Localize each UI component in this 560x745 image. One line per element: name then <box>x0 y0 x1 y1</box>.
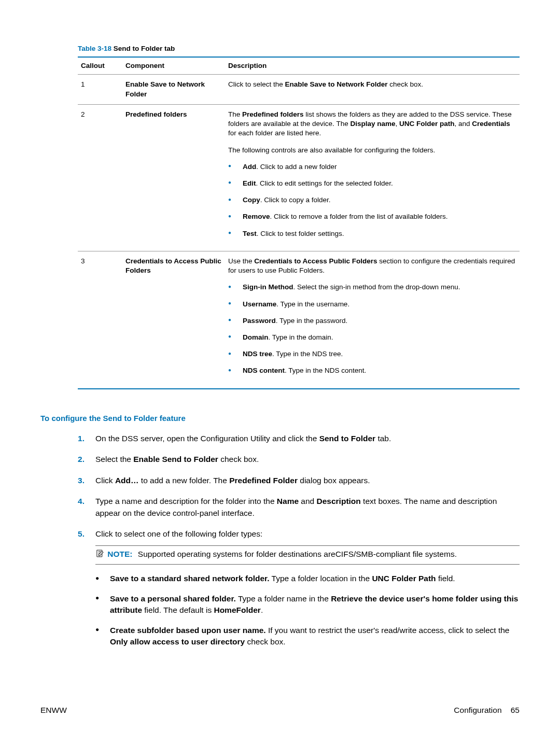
text-bold: Domain <box>243 333 269 341</box>
text: The <box>228 110 242 118</box>
text-bold: NDS content <box>243 367 285 374</box>
text-bold: Copy <box>243 196 260 204</box>
cell-description: Use the Credentials to Access Public Fol… <box>225 251 520 388</box>
text-bold: Create subfolder based upon user name. <box>110 626 266 635</box>
cell-callout: 1 <box>78 75 122 104</box>
table-row: 3 Credentials to Access Public Folders U… <box>78 251 520 388</box>
text: . Type in the NDS content. <box>285 367 366 374</box>
text: for each folder are listed here. <box>228 129 321 137</box>
list-item: Save to a personal shared folder. Type a… <box>95 593 520 616</box>
text: The following controls are also availabl… <box>228 146 516 155</box>
text: . Type in the domain. <box>269 333 333 341</box>
text: Click <box>95 476 115 485</box>
credentials-list: Sign-in Method. Select the sign-in metho… <box>228 283 516 375</box>
text: to add a new folder. The <box>139 476 230 485</box>
text-bold: Test <box>243 230 257 237</box>
text-bold: UNC Folder Path <box>372 574 436 583</box>
text-bold: Save to a personal shared folder. <box>110 594 236 603</box>
text-bold: Enable Send to Folder <box>133 455 218 463</box>
text: Select the <box>95 455 133 463</box>
text: and <box>299 497 316 505</box>
list-item: Username. Type in the username. <box>228 300 516 309</box>
th-component: Component <box>122 57 225 75</box>
text-bold: Add… <box>115 476 139 485</box>
text: Click to select the <box>228 80 285 88</box>
text: check box. <box>218 455 259 463</box>
text-bold: Credentials to Access Public Folders <box>254 257 377 265</box>
text: tab. <box>375 434 391 443</box>
list-item: Save to a standard shared network folder… <box>95 573 520 584</box>
step-item: On the DSS server, open the Configuratio… <box>78 433 520 444</box>
table-title: Send to Folder tab <box>111 45 175 52</box>
text: . <box>261 606 263 614</box>
text-bold: Display name <box>350 120 395 128</box>
text: check box. <box>388 80 423 88</box>
text-bold: Remove <box>243 213 270 220</box>
note-text: Supported operating systems for folder d… <box>138 550 457 558</box>
text-bold: Send to Folder <box>319 434 376 443</box>
page-number: 65 <box>511 706 520 714</box>
step-item: Click Add… to add a new folder. The Pred… <box>78 475 520 486</box>
text: . Click to test folder settings. <box>257 230 344 237</box>
step-item: Type a name and description for the fold… <box>78 496 520 519</box>
list-item: Create subfolder based upon user name. I… <box>95 625 520 648</box>
text-bold: Save to a standard shared network folder… <box>110 574 270 583</box>
text: check box. <box>245 637 285 646</box>
th-description: Description <box>225 57 520 75</box>
table-row: 2 Predefined folders The Predefined fold… <box>78 104 520 251</box>
cell-description: Click to select the Enable Save to Netwo… <box>225 75 520 104</box>
text: . Select the sign-in method from the dro… <box>293 283 460 291</box>
table-row: 1 Enable Save to Network Folder Click to… <box>78 75 520 104</box>
text-bold: Name <box>277 497 299 505</box>
text-bold: Enable Save to Network Folder <box>285 80 388 88</box>
cell-callout: 2 <box>78 104 122 251</box>
text-bold: Password <box>243 317 276 325</box>
note-icon <box>95 549 104 561</box>
cell-component: Enable Save to Network Folder <box>122 75 225 104</box>
text: Click to select one of the following fol… <box>95 529 262 538</box>
text: . Click to add a new folder <box>256 163 337 171</box>
cell-callout: 3 <box>78 251 122 388</box>
text-bold: Sign-in Method <box>243 283 293 291</box>
text: . Click to copy a folder. <box>260 196 331 204</box>
step-item: Select the Enable Send to Folder check b… <box>78 454 520 465</box>
send-to-folder-table: Callout Component Description 1 Enable S… <box>78 57 520 389</box>
list-item: Copy. Click to copy a folder. <box>228 195 516 205</box>
text-bold: NDS tree <box>243 350 272 358</box>
text: On the DSS server, open the Configuratio… <box>95 434 319 443</box>
text: Type a folder location in the <box>270 574 372 583</box>
text: dialog box appears. <box>298 476 370 485</box>
text-bold: Predefined folders <box>242 110 304 118</box>
list-item: NDS tree. Type in the NDS tree. <box>228 349 516 359</box>
note-block: NOTE: Supported operating systems for fo… <box>95 545 520 565</box>
text-bold: Predefined Folder <box>229 476 298 485</box>
text-bold: Description <box>317 497 361 505</box>
list-item: Test. Click to test folder settings. <box>228 229 516 238</box>
footer-right: Configuration 65 <box>454 705 520 716</box>
footer-section: Configuration <box>454 706 501 714</box>
footer-left: ENWW <box>40 705 67 716</box>
cell-component: Predefined folders <box>122 104 225 251</box>
text-bold: HomeFolder <box>214 606 260 614</box>
list-item: Add. Click to add a new folder <box>228 162 516 172</box>
text-bold: Username <box>243 300 276 308</box>
text-bold: Only allow access to user directory <box>110 637 245 646</box>
text: If you want to restrict the user's read/… <box>266 626 510 635</box>
text: Use the <box>228 257 254 265</box>
list-item: Password. Type in the password. <box>228 316 516 326</box>
text: . Type in the username. <box>276 300 349 308</box>
text: Type a folder name in the <box>236 594 331 603</box>
list-item: Domain. Type in the domain. <box>228 333 516 342</box>
text: . Type in the NDS tree. <box>272 350 343 358</box>
text: . Type in the password. <box>276 317 348 325</box>
text: Type a name and description for the fold… <box>95 497 277 505</box>
subheading: To configure the Send to Folder feature <box>40 413 520 424</box>
text: . Click to remove a folder from the list… <box>270 213 448 220</box>
text: field. <box>436 574 455 583</box>
list-item: Edit. Click to edit settings for the sel… <box>228 179 516 188</box>
table-number: Table 3-18 <box>78 45 111 52</box>
text: . Click to edit settings for the selecte… <box>256 179 393 187</box>
list-item: Remove. Click to remove a folder from th… <box>228 212 516 221</box>
controls-list: Add. Click to add a new folder Edit. Cli… <box>228 162 516 238</box>
text-bold: Edit <box>243 179 256 187</box>
